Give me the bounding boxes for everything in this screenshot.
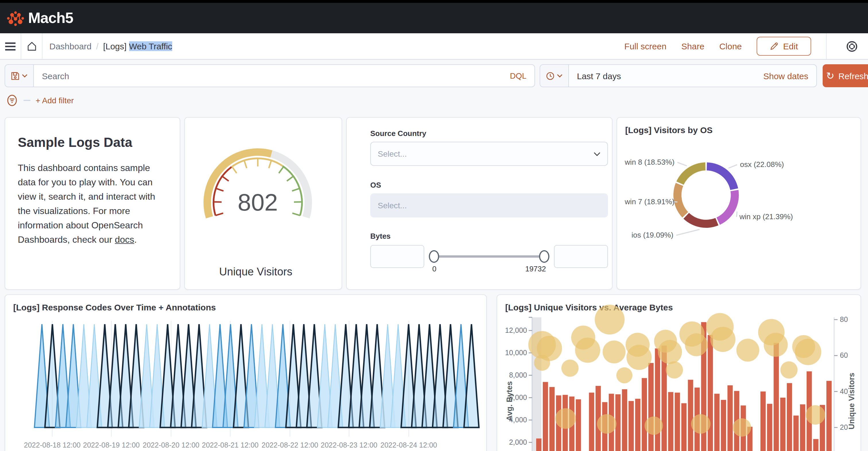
docs-link[interactable]: docs [115,235,134,245]
chevron-down-icon [557,74,563,77]
svg-text:2,000: 2,000 [509,438,527,446]
svg-text:osx (22.08%): osx (22.08%) [740,160,784,169]
breadcrumb: Dashboard / [Logs] Web Traffic [50,41,172,51]
refresh-button-label: Refresh [838,71,868,80]
breadcrumb-dashboard[interactable]: Dashboard [50,41,92,51]
life-ring-icon [846,40,858,53]
divider [24,100,30,101]
edit-button[interactable]: Edit [756,37,811,56]
os-placeholder: Select... [378,201,407,210]
source-country-select[interactable]: Select... [370,142,608,166]
mach5-logo-icon [7,9,24,27]
refresh-button[interactable]: ↻ Refresh [823,64,868,87]
search-group: DQL [5,64,535,87]
edit-button-label: Edit [783,41,798,51]
nav-actions: Full screen Share Clone Edit [624,33,868,59]
svg-text:2022-08-18 12:00: 2022-08-18 12:00 [24,441,81,449]
show-dates-button[interactable]: Show dates [763,71,808,80]
share-button[interactable]: Share [681,41,704,51]
response-codes-chart: 2022-08-18 12:002022-08-19 12:002022-08-… [5,312,486,451]
svg-text:8,000: 8,000 [509,371,527,379]
time-quick-select-button[interactable] [540,65,569,87]
help-button[interactable] [842,33,862,59]
bytes-slider-handle-min[interactable] [429,250,439,263]
os-label: OS [370,181,608,189]
full-screen-button[interactable]: Full screen [624,41,666,51]
mach5-logo[interactable]: Mach5 [0,9,73,27]
filter-bar: + Add filter [6,93,74,108]
panel-visitors-vs-bytes: [Logs] Unique Visitors vs. Average Bytes… [497,294,861,451]
add-filter-button[interactable]: + Add filter [36,96,74,105]
pencil-icon [770,42,778,51]
visitors-by-os-chart: osx (22.08%)win xp (21.39%)ios (19.09%)w… [617,135,861,287]
bytes-min-input[interactable] [370,245,424,268]
svg-text:60: 60 [840,351,848,359]
dashboard-app: Mach5 Dashboard / [Logs] Web Traffic [0,0,868,451]
bytes-max-value: 19732 [525,264,546,273]
bytes-min-value: 0 [432,264,436,273]
svg-text:10,000: 10,000 [505,349,527,357]
svg-text:2022-08-22 12:00: 2022-08-22 12:00 [261,441,318,449]
breadcrumb-selected-text: Web Traffic [129,41,172,51]
svg-text:win 7 (18.91%): win 7 (18.91%) [625,197,675,206]
clone-button[interactable]: Clone [719,41,742,51]
chevron-down-icon [594,152,600,156]
svg-text:Unique Visitors: Unique Visitors [847,373,856,429]
svg-text:ios (19.09%): ios (19.09%) [631,231,673,239]
svg-text:win 8 (18.53%): win 8 (18.53%) [625,158,675,166]
saved-queries-button[interactable] [5,65,34,87]
search-input[interactable] [34,65,502,87]
panel-controls: Source Country Select... OS Select... By… [346,117,613,290]
panel-sample-logs-data: Sample Logs Data This dashboard contains… [5,117,180,290]
svg-text:20: 20 [840,423,848,431]
window-top-strip [0,0,868,3]
date-picker-group: Last 7 days Show dates [539,64,817,87]
breadcrumb-separator: / [96,41,98,51]
refresh-icon: ↻ [826,70,834,82]
bytes-slider-track [432,255,546,258]
bytes-slider-handle-max[interactable] [539,250,549,263]
svg-text:2022-08-20 12:00: 2022-08-20 12:00 [143,441,199,449]
visitors-vs-bytes-chart: 2,0004,0006,0008,00010,00012,00020406080… [497,295,861,451]
clock-icon [546,71,555,80]
filter-icon[interactable] [6,94,19,107]
svg-text:2022-08-24 12:00: 2022-08-24 12:00 [380,441,437,449]
time-range-value: Last 7 days [577,71,621,80]
bytes-range-slider: 0 19732 [370,245,608,268]
source-country-label: Source Country [370,129,608,138]
svg-text:2022-08-19 12:00: 2022-08-19 12:00 [83,441,140,449]
svg-text:2022-08-23 12:00: 2022-08-23 12:00 [321,441,377,449]
svg-text:Avg. Bytes: Avg. Bytes [505,381,514,421]
panel-unique-visitors-gauge: 802 Unique Visitors [184,117,342,290]
bytes-max-input[interactable] [554,245,608,268]
response-codes-title: [Logs] Response Codes Over Time + Annota… [5,295,486,312]
markdown-text-suffix: . [134,235,137,245]
panel-response-codes: [Logs] Response Codes Over Time + Annota… [5,294,487,451]
markdown-title: Sample Logs Data [18,135,167,150]
panel-visitors-by-os: [Logs] Visitors by OS osx (22.08%)win xp… [617,117,861,290]
svg-text:12,000: 12,000 [505,326,527,334]
query-bar: DQL Last 7 days Show dates ↻ Refresh [5,64,863,87]
svg-text:80: 80 [840,315,848,323]
query-language-button[interactable]: DQL [502,65,534,87]
menu-button[interactable] [0,33,21,59]
hamburger-icon [5,42,16,50]
svg-text:win xp (21.39%): win xp (21.39%) [739,212,793,221]
home-button[interactable] [21,33,42,59]
brand-name: Mach5 [28,9,73,27]
home-icon [27,41,36,51]
pie-panel-title: [Logs] Visitors by OS [617,118,861,135]
svg-text:2022-08-21 12:00: 2022-08-21 12:00 [202,441,258,449]
bytes-slider-track-wrap: 0 19732 [428,245,551,268]
os-select[interactable]: Select... [370,193,608,218]
markdown-text: This dashboard contains sample data for … [18,163,155,245]
gauge-label: Unique Visitors [185,266,327,278]
chevron-down-icon [22,74,28,77]
nav-bar: Dashboard / [Logs] Web Traffic Full scre… [0,33,868,60]
gauge-chart: 802 [185,118,342,289]
divider [826,33,827,59]
markdown-body: This dashboard contains sample data for … [18,161,167,247]
bytes-label: Bytes [370,232,608,240]
time-range-button[interactable]: Last 7 days Show dates [569,65,816,87]
svg-text:40: 40 [840,387,848,395]
